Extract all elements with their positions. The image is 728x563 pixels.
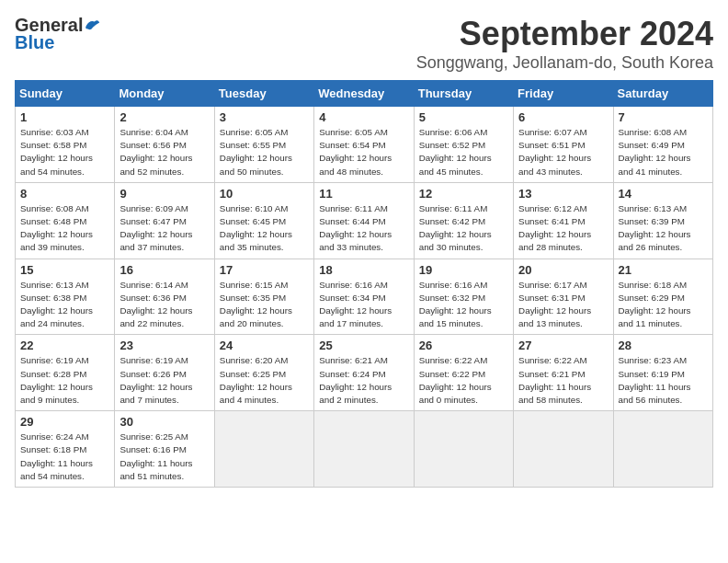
calendar-header-friday: Friday	[514, 81, 613, 107]
calendar-header-tuesday: Tuesday	[214, 81, 313, 107]
cell-info: Sunrise: 6:13 AM Sunset: 6:39 PM Dayligh…	[619, 202, 708, 255]
day-number: 1	[20, 110, 109, 124]
cell-info: Sunrise: 6:13 AM Sunset: 6:38 PM Dayligh…	[20, 279, 109, 331]
title-block: September 2024 Songgwang, Jeollanam-do, …	[416, 15, 713, 73]
cell-info: Sunrise: 6:21 AM Sunset: 6:24 PM Dayligh…	[319, 354, 408, 407]
cell-info: Sunrise: 6:23 AM Sunset: 6:19 PM Dayligh…	[619, 354, 708, 407]
calendar-cell-day-7: 7Sunrise: 6:08 AM Sunset: 6:49 PM Daylig…	[613, 107, 712, 183]
calendar-cell-day-4: 4Sunrise: 6:05 AM Sunset: 6:54 PM Daylig…	[314, 107, 414, 183]
cell-info: Sunrise: 6:19 AM Sunset: 6:28 PM Dayligh…	[20, 354, 109, 407]
calendar-cell-empty	[514, 411, 613, 488]
cell-info: Sunrise: 6:24 AM Sunset: 6:18 PM Dayligh…	[20, 431, 109, 483]
day-number: 18	[319, 263, 408, 277]
calendar-header-thursday: Thursday	[414, 81, 513, 107]
cell-info: Sunrise: 6:12 AM Sunset: 6:41 PM Dayligh…	[518, 202, 608, 255]
day-number: 21	[619, 263, 708, 277]
day-number: 19	[419, 263, 508, 277]
day-number: 5	[419, 110, 508, 124]
calendar-cell-day-3: 3Sunrise: 6:05 AM Sunset: 6:55 PM Daylig…	[214, 107, 313, 183]
calendar-table: SundayMondayTuesdayWednesdayThursdayFrid…	[15, 80, 713, 488]
calendar-cell-empty	[314, 411, 414, 488]
day-number: 11	[319, 187, 408, 201]
day-number: 22	[20, 339, 109, 352]
calendar-cell-day-17: 17Sunrise: 6:15 AM Sunset: 6:35 PM Dayli…	[214, 259, 313, 335]
calendar-cell-day-26: 26Sunrise: 6:22 AM Sunset: 6:22 PM Dayli…	[414, 335, 513, 411]
cell-info: Sunrise: 6:17 AM Sunset: 6:31 PM Dayligh…	[518, 279, 608, 331]
calendar-cell-day-19: 19Sunrise: 6:16 AM Sunset: 6:32 PM Dayli…	[414, 259, 513, 335]
day-number: 4	[319, 110, 408, 124]
day-number: 7	[619, 110, 708, 124]
page-header: General Blue September 2024 Songgwang, J…	[15, 15, 713, 73]
calendar-header-sunday: Sunday	[16, 81, 115, 107]
day-number: 3	[220, 110, 309, 124]
cell-info: Sunrise: 6:18 AM Sunset: 6:29 PM Dayligh…	[619, 279, 708, 331]
calendar-cell-day-12: 12Sunrise: 6:11 AM Sunset: 6:42 PM Dayli…	[414, 182, 513, 259]
calendar-cell-empty	[414, 411, 513, 488]
day-number: 30	[119, 415, 209, 429]
day-number: 23	[119, 339, 209, 352]
calendar-cell-day-16: 16Sunrise: 6:14 AM Sunset: 6:36 PM Dayli…	[115, 259, 214, 335]
calendar-cell-day-22: 22Sunrise: 6:19 AM Sunset: 6:28 PM Dayli…	[16, 335, 115, 411]
calendar-cell-day-29: 29Sunrise: 6:24 AM Sunset: 6:18 PM Dayli…	[16, 411, 115, 488]
day-number: 9	[119, 187, 209, 201]
calendar-week-row-5: 29Sunrise: 6:24 AM Sunset: 6:18 PM Dayli…	[16, 411, 713, 488]
calendar-cell-day-9: 9Sunrise: 6:09 AM Sunset: 6:47 PM Daylig…	[115, 182, 214, 259]
cell-info: Sunrise: 6:09 AM Sunset: 6:47 PM Dayligh…	[119, 202, 209, 255]
day-number: 13	[518, 187, 608, 201]
calendar-cell-day-18: 18Sunrise: 6:16 AM Sunset: 6:34 PM Dayli…	[314, 259, 414, 335]
calendar-header-row: SundayMondayTuesdayWednesdayThursdayFrid…	[16, 81, 713, 107]
day-number: 25	[319, 339, 408, 352]
day-number: 8	[20, 187, 109, 201]
calendar-cell-day-13: 13Sunrise: 6:12 AM Sunset: 6:41 PM Dayli…	[514, 182, 613, 259]
calendar-cell-empty	[613, 411, 712, 488]
cell-info: Sunrise: 6:25 AM Sunset: 6:16 PM Dayligh…	[119, 431, 209, 483]
cell-info: Sunrise: 6:19 AM Sunset: 6:26 PM Dayligh…	[119, 354, 209, 407]
day-number: 20	[518, 263, 608, 277]
cell-info: Sunrise: 6:16 AM Sunset: 6:34 PM Dayligh…	[319, 279, 408, 331]
day-number: 6	[518, 110, 608, 124]
day-number: 29	[20, 415, 109, 429]
cell-info: Sunrise: 6:10 AM Sunset: 6:45 PM Dayligh…	[220, 202, 309, 255]
month-title: September 2024	[416, 15, 713, 53]
calendar-cell-day-5: 5Sunrise: 6:06 AM Sunset: 6:52 PM Daylig…	[414, 107, 513, 183]
cell-info: Sunrise: 6:20 AM Sunset: 6:25 PM Dayligh…	[220, 354, 309, 407]
day-number: 27	[518, 339, 608, 352]
calendar-cell-day-2: 2Sunrise: 6:04 AM Sunset: 6:56 PM Daylig…	[115, 107, 214, 183]
calendar-header-wednesday: Wednesday	[314, 81, 414, 107]
day-number: 10	[220, 187, 309, 201]
cell-info: Sunrise: 6:11 AM Sunset: 6:42 PM Dayligh…	[419, 202, 508, 255]
cell-info: Sunrise: 6:22 AM Sunset: 6:22 PM Dayligh…	[419, 354, 508, 407]
cell-info: Sunrise: 6:16 AM Sunset: 6:32 PM Dayligh…	[419, 279, 508, 331]
logo-blue-text: Blue	[15, 32, 54, 53]
calendar-cell-day-28: 28Sunrise: 6:23 AM Sunset: 6:19 PM Dayli…	[613, 335, 712, 411]
location-title: Songgwang, Jeollanam-do, South Korea	[416, 53, 713, 73]
cell-info: Sunrise: 6:07 AM Sunset: 6:51 PM Dayligh…	[518, 126, 608, 178]
calendar-cell-day-30: 30Sunrise: 6:25 AM Sunset: 6:16 PM Dayli…	[115, 411, 214, 488]
day-number: 2	[119, 110, 209, 124]
calendar-cell-day-11: 11Sunrise: 6:11 AM Sunset: 6:44 PM Dayli…	[314, 182, 414, 259]
logo-bird-icon	[85, 17, 101, 34]
day-number: 28	[619, 339, 708, 352]
calendar-cell-day-14: 14Sunrise: 6:13 AM Sunset: 6:39 PM Dayli…	[613, 182, 712, 259]
calendar-cell-day-24: 24Sunrise: 6:20 AM Sunset: 6:25 PM Dayli…	[214, 335, 313, 411]
calendar-cell-day-20: 20Sunrise: 6:17 AM Sunset: 6:31 PM Dayli…	[514, 259, 613, 335]
calendar-week-row-4: 22Sunrise: 6:19 AM Sunset: 6:28 PM Dayli…	[16, 335, 713, 411]
logo: General Blue	[15, 15, 101, 53]
day-number: 12	[419, 187, 508, 201]
calendar-cell-day-1: 1Sunrise: 6:03 AM Sunset: 6:58 PM Daylig…	[16, 107, 115, 183]
calendar-week-row-1: 1Sunrise: 6:03 AM Sunset: 6:58 PM Daylig…	[16, 107, 713, 183]
cell-info: Sunrise: 6:05 AM Sunset: 6:54 PM Dayligh…	[319, 126, 408, 178]
cell-info: Sunrise: 6:03 AM Sunset: 6:58 PM Dayligh…	[20, 126, 109, 178]
calendar-cell-day-8: 8Sunrise: 6:08 AM Sunset: 6:48 PM Daylig…	[16, 182, 115, 259]
cell-info: Sunrise: 6:14 AM Sunset: 6:36 PM Dayligh…	[119, 279, 209, 331]
day-number: 14	[619, 187, 708, 201]
calendar-week-row-2: 8Sunrise: 6:08 AM Sunset: 6:48 PM Daylig…	[16, 182, 713, 259]
calendar-week-row-3: 15Sunrise: 6:13 AM Sunset: 6:38 PM Dayli…	[16, 259, 713, 335]
cell-info: Sunrise: 6:08 AM Sunset: 6:48 PM Dayligh…	[20, 202, 109, 255]
day-number: 16	[119, 263, 209, 277]
cell-info: Sunrise: 6:04 AM Sunset: 6:56 PM Dayligh…	[119, 126, 209, 178]
cell-info: Sunrise: 6:22 AM Sunset: 6:21 PM Dayligh…	[518, 354, 608, 407]
calendar-cell-day-23: 23Sunrise: 6:19 AM Sunset: 6:26 PM Dayli…	[115, 335, 214, 411]
calendar-cell-day-25: 25Sunrise: 6:21 AM Sunset: 6:24 PM Dayli…	[314, 335, 414, 411]
cell-info: Sunrise: 6:15 AM Sunset: 6:35 PM Dayligh…	[220, 279, 309, 331]
